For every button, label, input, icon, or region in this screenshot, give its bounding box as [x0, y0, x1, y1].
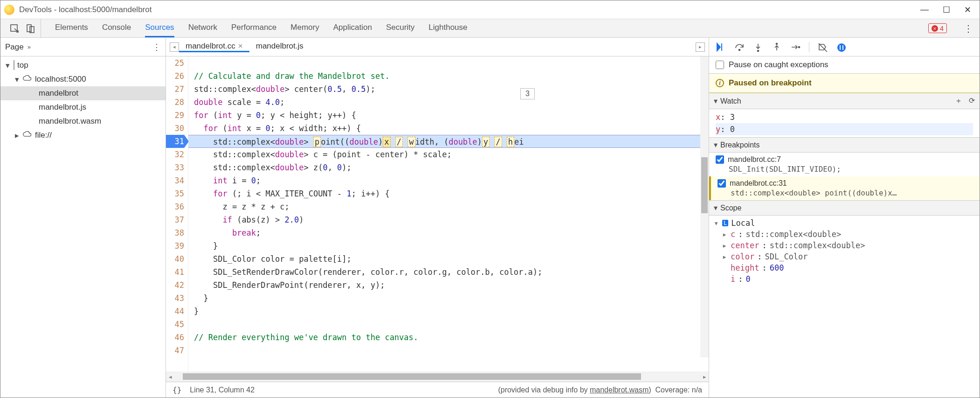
info-icon: i — [716, 79, 724, 87]
sidebar-label[interactable]: Page — [5, 42, 24, 52]
step-out-icon[interactable] — [772, 42, 782, 52]
scope-var[interactable]: height: 600 — [714, 262, 975, 273]
file-tab[interactable]: mandelbrot.js — [249, 42, 310, 51]
deactivate-bp-icon[interactable] — [818, 42, 828, 52]
close-tab-icon[interactable]: × — [238, 42, 243, 51]
breakpoint-checkbox[interactable] — [718, 179, 726, 188]
pause-exceptions-label: Pause on caught exceptions — [729, 60, 828, 70]
svg-point-4 — [739, 49, 740, 50]
scope-var[interactable]: ▸center: std::complex<double> — [714, 240, 975, 251]
tree-origin[interactable]: ▾ localhost:5000 — [0, 72, 166, 86]
tab-elements[interactable]: Elements — [55, 19, 88, 37]
breakpoint-item[interactable]: mandelbrot.cc:7SDL_Init(SDL_INIT_VIDEO); — [709, 153, 980, 176]
svg-point-8 — [837, 43, 846, 52]
step-into-icon[interactable] — [753, 42, 763, 52]
kebab-icon[interactable]: ⋮ — [964, 23, 973, 34]
scope-section[interactable]: ▾Scope — [709, 200, 980, 216]
main-toolbar: ElementsConsoleSourcesNetworkPerformance… — [0, 19, 980, 38]
error-badge[interactable]: × 4 — [928, 23, 947, 33]
debug-info-link[interactable]: mandelbrot.wasm — [590, 386, 649, 394]
breakpoint-item[interactable]: mandelbrot.cc:31std::complex<double> poi… — [709, 176, 980, 200]
tab-lighthouse[interactable]: Lighthouse — [428, 19, 467, 37]
tree-top[interactable]: ▾ top — [0, 58, 166, 72]
page-sidebar: Page » ⋮ ▾ top ▾ localhost:5000 mandelbr… — [0, 38, 166, 398]
titlebar: DevTools - localhost:5000/mandelbrot — ☐… — [0, 0, 980, 19]
scope-var[interactable]: ▸color: SDL_Color — [714, 251, 975, 262]
add-watch-icon[interactable]: ＋ — [955, 96, 962, 106]
close-window-button[interactable]: ✕ — [964, 5, 971, 15]
scope-group[interactable]: ▾L Local — [714, 217, 975, 229]
tab-security[interactable]: Security — [386, 19, 414, 37]
watch-row[interactable]: y: 0 — [716, 123, 973, 135]
refresh-watch-icon[interactable]: ⟳ — [969, 96, 975, 106]
vertical-scrollbar[interactable] — [700, 56, 709, 357]
tree-file[interactable]: mandelbrot.js — [0, 100, 166, 114]
step-over-icon[interactable] — [734, 42, 745, 52]
breakpoint-checkbox[interactable] — [716, 155, 724, 164]
watch-section[interactable]: ▾Watch ＋ ⟳ — [709, 93, 980, 109]
editor: ◂ mandelbrot.cc×mandelbrot.js ▸ 25262728… — [166, 38, 709, 398]
line-gutter[interactable]: 2526272829303132333435363738394041424344… — [166, 56, 188, 371]
pretty-print-icon[interactable]: {} — [173, 385, 181, 394]
minimize-button[interactable]: — — [920, 5, 929, 15]
tab-performance[interactable]: Performance — [231, 19, 276, 37]
svg-rect-1 — [27, 25, 31, 32]
cursor-position: Line 31, Column 42 — [190, 386, 255, 394]
coverage-label: Coverage: n/a — [655, 386, 702, 394]
tab-sources[interactable]: Sources — [145, 19, 174, 37]
tree-file[interactable]: mandelbrot — [0, 86, 166, 100]
nav-back-icon[interactable]: ◂ — [170, 42, 179, 52]
nav-fwd-icon[interactable]: ▸ — [696, 42, 705, 52]
watch-row[interactable]: x: 3 — [716, 111, 973, 123]
paused-banner: i Paused on breakpoint — [709, 74, 980, 93]
kebab-icon[interactable]: ⋮ — [152, 42, 161, 52]
pause-exceptions-checkbox[interactable] — [716, 61, 724, 69]
error-icon: × — [932, 25, 938, 32]
horizontal-scrollbar[interactable]: ◂▸ — [166, 371, 709, 382]
tab-application[interactable]: Application — [333, 19, 372, 37]
inspect-icon[interactable] — [10, 24, 19, 33]
debugger-panel: Pause on caught exceptions i Paused on b… — [709, 38, 980, 398]
chevron-right-icon[interactable]: » — [28, 43, 31, 50]
tab-console[interactable]: Console — [102, 19, 131, 37]
tree-file-scheme[interactable]: ▸ file:// — [0, 128, 166, 142]
step-icon[interactable] — [790, 42, 801, 52]
window-title: DevTools - localhost:5000/mandelbrot — [19, 5, 152, 14]
code-content[interactable]: // Calculate and draw the Mandelbrot set… — [188, 56, 709, 371]
tab-network[interactable]: Network — [188, 19, 217, 37]
breakpoints-section[interactable]: ▾Breakpoints — [709, 137, 980, 153]
device-icon[interactable] — [26, 24, 35, 33]
tab-memory[interactable]: Memory — [290, 19, 319, 37]
resume-icon[interactable] — [716, 42, 726, 52]
maximize-button[interactable]: ☐ — [943, 5, 950, 15]
svg-point-7 — [799, 46, 800, 48]
pause-icon[interactable] — [836, 42, 847, 52]
scope-var[interactable]: ▸c: std::complex<double> — [714, 229, 975, 240]
svg-point-5 — [758, 50, 759, 51]
hover-tooltip: 3 — [520, 88, 535, 99]
tree-file[interactable]: mandelbrot.wasm — [0, 114, 166, 128]
editor-statusbar: {} Line 31, Column 42 (provided via debu… — [166, 382, 709, 398]
error-count: 4 — [940, 24, 944, 32]
file-tab[interactable]: mandelbrot.cc× — [179, 42, 249, 52]
app-icon — [4, 5, 14, 15]
scope-var[interactable]: i: 0 — [714, 273, 975, 285]
svg-point-6 — [776, 43, 778, 44]
